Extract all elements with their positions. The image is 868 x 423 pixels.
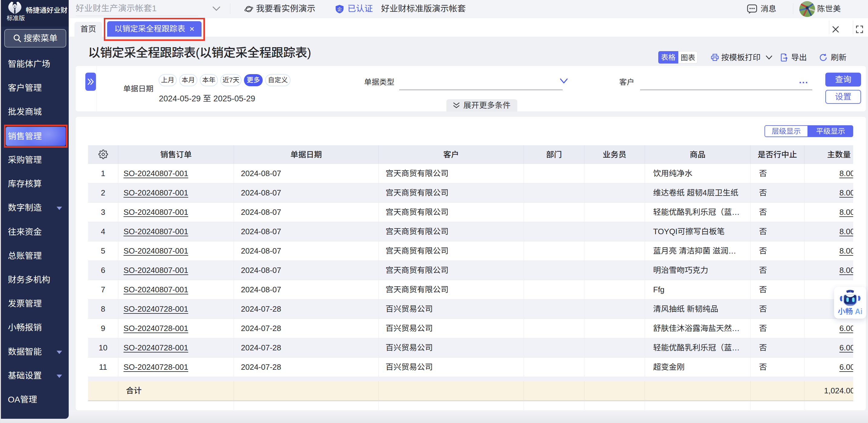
svg-text:c: c (850, 290, 851, 293)
svg-text:企: 企 (337, 6, 342, 12)
